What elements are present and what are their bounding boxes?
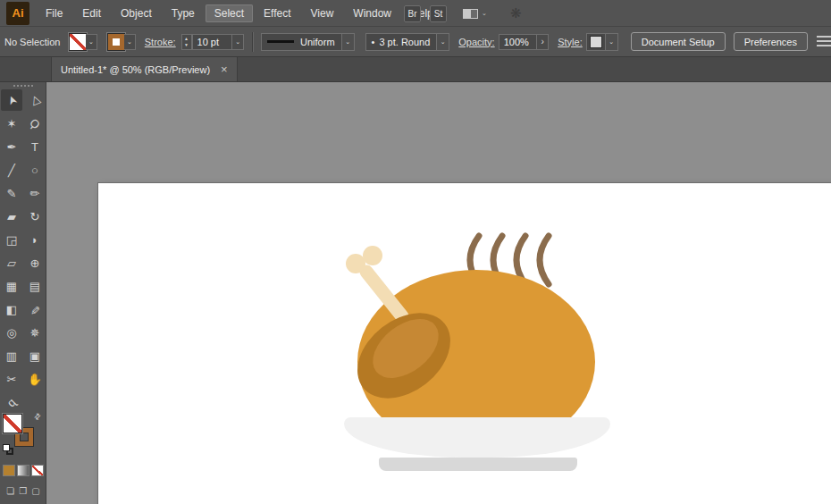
column-graph-tool-icon: ▥ — [6, 350, 17, 362]
rotate-tool-icon: ↻ — [30, 211, 40, 223]
gradient-tool-icon: ◧ — [6, 304, 17, 315]
plate-base-shape[interactable] — [379, 458, 577, 471]
illustrator-logo[interactable]: Ai — [6, 2, 29, 25]
hand-tool-icon: ✋ — [28, 374, 42, 385]
type-tool[interactable]: T — [24, 136, 46, 157]
artboard-tool[interactable]: ▣ — [24, 345, 46, 366]
menu-item-type[interactable]: Type — [163, 4, 204, 22]
chevron-down-icon: ⌄ — [482, 10, 487, 17]
brush-chevron-icon[interactable]: ⌄ — [436, 34, 449, 50]
line-segment-tool[interactable]: ╱ — [1, 159, 22, 181]
slice-tool[interactable]: ✂ — [1, 368, 22, 390]
rotate-tool[interactable]: ↻ — [24, 206, 46, 227]
app-bar-right: Br St ⌄ ❋ — [404, 0, 521, 27]
brush-bullet-icon: • — [372, 37, 375, 47]
opacity-input[interactable]: 100% — [499, 34, 538, 50]
stroke-weight-input[interactable]: 10 pt — [192, 34, 233, 50]
menu-item-file[interactable]: File — [37, 4, 71, 22]
document-setup-button[interactable]: Document Setup — [631, 32, 726, 51]
width-tool[interactable]: ◗ — [24, 229, 46, 250]
free-transform-tool[interactable]: ▱ — [1, 252, 22, 273]
opacity-label[interactable]: Opacity: — [458, 37, 494, 47]
workspace-icon[interactable] — [817, 36, 831, 47]
fill-chevron-icon[interactable]: ⌄ — [86, 34, 97, 50]
document-tab[interactable]: Untitled-1* @ 50% (RGB/Preview) × — [51, 57, 238, 81]
bone-knob — [346, 254, 365, 273]
style-label[interactable]: Style: — [558, 37, 583, 47]
arrange-documents-control[interactable]: ⌄ — [463, 9, 487, 19]
style-dropdown[interactable]: ⌄ — [586, 33, 618, 51]
direct-selection-tool[interactable]: ▷ — [24, 89, 46, 111]
default-fill-mini — [3, 444, 10, 451]
shape-builder-tool[interactable]: ⊕ — [24, 252, 46, 273]
width-profile-dropdown[interactable]: Uniform ⌄ — [261, 33, 355, 51]
draw-behind-icon[interactable]: ❐ — [19, 486, 27, 496]
symbol-sprayer-tool[interactable]: ✵ — [24, 322, 46, 343]
eyedropper-tool[interactable]: ✐ — [24, 298, 46, 320]
scale-tool[interactable]: ◲ — [1, 229, 22, 250]
hand-tool[interactable]: ✋ — [24, 368, 46, 390]
stroke-weight-stepper[interactable]: ▲ ▼ — [181, 34, 192, 50]
paint-mode-buttons — [3, 465, 44, 476]
zoom-tool[interactable]: ɋ — [1, 391, 22, 413]
draw-normal-icon[interactable]: ❏ — [6, 486, 14, 496]
steam-wave[interactable] — [540, 236, 549, 284]
fill-proxy-swatch[interactable] — [4, 415, 21, 433]
stepper-down-icon[interactable]: ▼ — [184, 42, 189, 48]
menu-item-select[interactable]: Select — [206, 4, 253, 22]
preferences-button[interactable]: Preferences — [734, 32, 808, 51]
fill-stroke-controls: ⇄ — [0, 415, 46, 465]
paintbrush-tool[interactable]: ✎ — [1, 182, 22, 204]
zoom-tool-icon: ɋ — [5, 396, 18, 408]
gradient-tool[interactable]: ◧ — [1, 298, 22, 320]
blend-tool-icon: ◎ — [6, 327, 16, 339]
opacity-panel-arrow-icon[interactable]: › — [537, 34, 549, 50]
blend-tool[interactable]: ◎ — [1, 322, 22, 343]
stroke-color-swatch[interactable] — [108, 34, 124, 50]
stroke-weight-chevron-icon[interactable]: ⌄ — [232, 34, 244, 50]
width-profile-chevron-icon[interactable]: ⌄ — [341, 34, 354, 50]
free-transform-tool-icon: ▱ — [7, 257, 16, 269]
pen-tool-icon: ✒ — [7, 141, 17, 153]
tab-close-icon[interactable]: × — [221, 63, 228, 76]
eyedropper-tool-icon: ✐ — [30, 304, 40, 315]
menu-item-effect[interactable]: Effect — [255, 4, 299, 22]
column-graph-tool[interactable]: ▥ — [1, 345, 22, 366]
canvas-area[interactable] — [46, 82, 831, 504]
draw-inside-icon[interactable]: ▢ — [31, 486, 39, 496]
mesh-tool[interactable]: ▤ — [24, 275, 46, 297]
none-button[interactable] — [31, 465, 44, 476]
stroke-chevron-icon[interactable]: ⌄ — [124, 34, 136, 50]
selection-status: No Selection — [4, 37, 70, 47]
stepper-up-icon[interactable]: ▲ — [184, 36, 189, 42]
stroke-weight-label[interactable]: Stroke: — [145, 37, 176, 47]
style-chevron-icon[interactable]: ⌄ — [605, 34, 617, 50]
eraser-tool-icon: ▰ — [7, 211, 16, 223]
control-bar: No Selection ⌄ ⌄ Stroke: ▲ ▼ 10 pt ⌄ Uni… — [0, 27, 831, 57]
fill-color-swatch[interactable] — [70, 34, 86, 50]
menu-item-view[interactable]: View — [302, 4, 343, 22]
magic-wand-tool[interactable]: ✶ — [1, 113, 22, 134]
default-fill-stroke-icon[interactable] — [3, 444, 13, 455]
gradient-button[interactable] — [17, 465, 29, 476]
menu-item-edit[interactable]: Edit — [73, 4, 110, 22]
eraser-tool[interactable]: ▰ — [1, 206, 22, 227]
color-button[interactable] — [3, 465, 15, 476]
ellipse-tool[interactable]: ○ — [24, 159, 46, 181]
brush-definition-dropdown[interactable]: • 3 pt. Round ⌄ — [365, 33, 450, 51]
pencil-tool[interactable]: ✏ — [24, 182, 46, 204]
bridge-button[interactable]: Br — [404, 5, 421, 22]
perspective-grid-tool[interactable]: ▦ — [1, 275, 22, 297]
selection-tool[interactable]: ➤ — [1, 89, 22, 111]
tools-grid: ➤▷✶Ϙ✒T╱○✎✏▰↻◲◗▱⊕▦▤◧✐◎✵▥▣✂✋ɋ — [0, 88, 46, 414]
artboard-tool-icon: ▣ — [29, 350, 40, 362]
divider — [252, 32, 253, 52]
menu-item-object[interactable]: Object — [112, 4, 161, 22]
uniform-profile-icon — [267, 40, 294, 43]
stock-button[interactable]: St — [430, 5, 447, 22]
pen-tool[interactable]: ✒ — [1, 136, 22, 157]
lasso-tool[interactable]: Ϙ — [24, 113, 46, 134]
arrange-documents-icon — [463, 9, 478, 19]
tools-panel-grip[interactable] — [13, 85, 33, 87]
menu-item-window[interactable]: Window — [344, 4, 400, 22]
